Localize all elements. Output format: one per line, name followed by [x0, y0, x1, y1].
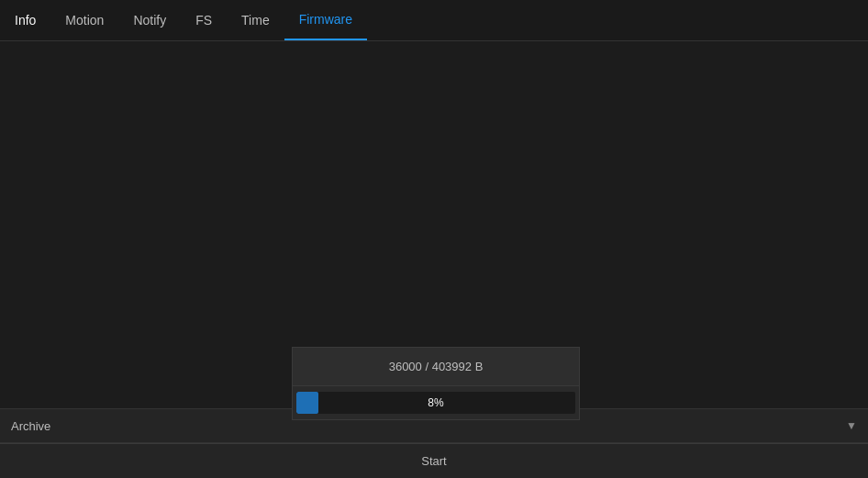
start-button[interactable]: Start: [0, 443, 868, 478]
start-label: Start: [421, 454, 446, 468]
progress-overlay: 36000 / 403992 B 8%: [292, 347, 580, 420]
progress-bytes: 36000 / 403992 B: [389, 360, 484, 373]
progress-bar-row: 8%: [293, 386, 579, 419]
progress-bar-container: 8%: [296, 392, 575, 414]
main-content: Archive 36000 / 403992 B 8% ▼ Start: [0, 41, 868, 478]
tab-fs[interactable]: FS: [181, 0, 227, 40]
tab-notify[interactable]: Notify: [118, 0, 181, 40]
tab-time[interactable]: Time: [227, 0, 284, 40]
tab-info[interactable]: Info: [0, 0, 50, 40]
tab-firmware[interactable]: Firmware: [284, 0, 367, 40]
progress-bar-fill: [296, 392, 318, 414]
progress-info-row: 36000 / 403992 B: [293, 348, 579, 386]
dropdown-arrow-icon: ▼: [846, 419, 857, 432]
nav-bar: Info Motion Notify FS Time Firmware: [0, 0, 868, 41]
archive-label: Archive: [11, 419, 158, 433]
progress-bar-label: 8%: [428, 396, 443, 409]
tab-motion[interactable]: Motion: [50, 0, 118, 40]
archive-row: Archive 36000 / 403992 B 8% ▼: [0, 408, 868, 443]
